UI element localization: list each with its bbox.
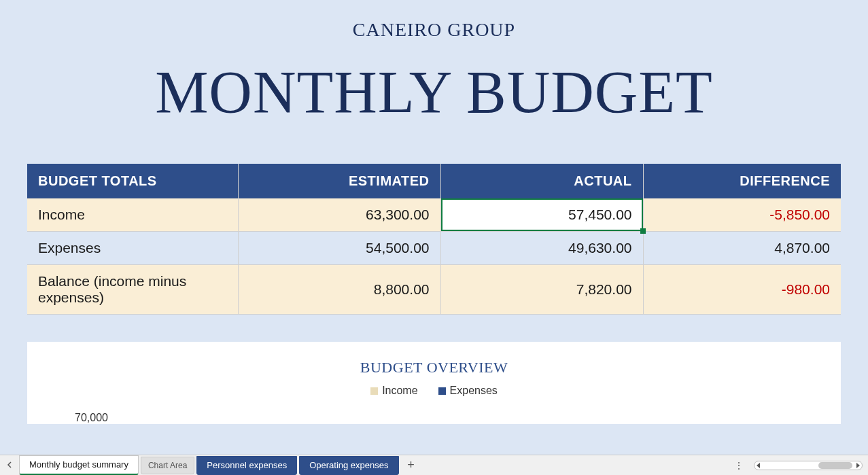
- table-row: Balance (income minus expenses) 8,800.00…: [27, 265, 841, 315]
- table-row: Expenses 54,500.00 49,630.00 4,870.00: [27, 232, 841, 265]
- sheet-tab-bar: Monthly budget summary Chart Area Person…: [0, 455, 868, 475]
- legend-label-expenses: Expenses: [450, 385, 498, 397]
- tab-operating-expenses[interactable]: Operating expenses: [299, 456, 398, 475]
- chart-panel[interactable]: BUDGET OVERVIEW Income Expenses 70,000: [27, 342, 841, 424]
- row-label[interactable]: Balance (income minus expenses): [27, 265, 238, 315]
- spreadsheet-content: CANEIRO GROUP MONTHLY BUDGET BUDGET TOTA…: [0, 0, 868, 424]
- cell-estimated[interactable]: 8,800.00: [238, 265, 440, 315]
- cell-actual[interactable]: 7,820.00: [440, 265, 643, 315]
- sheet-nav-arrow-icon[interactable]: [0, 460, 19, 470]
- budget-totals-table: BUDGET TOTALS ESTIMATED ACTUAL DIFFERENC…: [27, 164, 841, 315]
- col-header-totals[interactable]: BUDGET TOTALS: [27, 164, 238, 198]
- horizontal-scrollbar[interactable]: [754, 461, 863, 470]
- legend-label-income: Income: [382, 385, 417, 397]
- col-header-actual[interactable]: ACTUAL: [440, 164, 643, 198]
- col-header-difference[interactable]: DIFFERENCE: [643, 164, 841, 198]
- swatch-income-icon: [370, 387, 378, 395]
- cell-difference[interactable]: -5,850.00: [643, 198, 841, 232]
- more-options-icon[interactable]: ⋮: [730, 460, 748, 471]
- tab-personnel-expenses[interactable]: Personnel expenses: [196, 456, 297, 475]
- company-name: CANEIRO GROUP: [27, 19, 841, 41]
- row-label[interactable]: Expenses: [27, 232, 238, 265]
- tab-chart-area[interactable]: Chart Area: [141, 457, 194, 474]
- cell-estimated[interactable]: 54,500.00: [238, 232, 440, 265]
- page-title: MONTHLY BUDGET: [27, 58, 841, 126]
- scrollbar-thumb[interactable]: [818, 462, 852, 469]
- tab-monthly-budget-summary[interactable]: Monthly budget summary: [19, 455, 139, 475]
- table-row: Income 63,300.00 57,450.00 -5,850.00: [27, 198, 841, 232]
- swatch-expenses-icon: [438, 387, 446, 395]
- tab-bar-right: ⋮: [730, 460, 868, 471]
- cell-estimated[interactable]: 63,300.00: [238, 198, 440, 232]
- cell-difference[interactable]: -980.00: [643, 265, 841, 315]
- chart-legend: Income Expenses: [41, 385, 827, 397]
- col-header-estimated[interactable]: ESTIMATED: [238, 164, 440, 198]
- legend-item-income: Income: [370, 385, 417, 397]
- legend-item-expenses: Expenses: [438, 385, 498, 397]
- cell-actual-selected[interactable]: 57,450.00: [440, 198, 643, 232]
- add-sheet-button[interactable]: +: [401, 458, 421, 472]
- cell-difference[interactable]: 4,870.00: [643, 232, 841, 265]
- row-label[interactable]: Income: [27, 198, 238, 232]
- table-header-row: BUDGET TOTALS ESTIMATED ACTUAL DIFFERENC…: [27, 164, 841, 198]
- chart-y-tick: 70,000: [75, 412, 827, 424]
- cell-actual[interactable]: 49,630.00: [440, 232, 643, 265]
- chart-title: BUDGET OVERVIEW: [41, 359, 827, 376]
